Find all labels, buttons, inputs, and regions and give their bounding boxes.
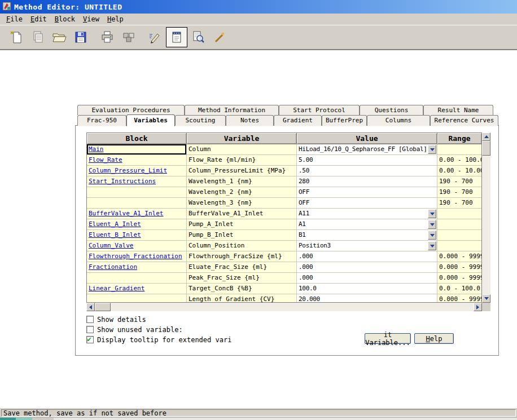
range-cell xyxy=(437,230,481,241)
table-grid: Block Variable Value Range Main Column H… xyxy=(86,132,482,303)
dropdown-arrow-icon[interactable] xyxy=(428,209,436,218)
value-cell[interactable]: 280 xyxy=(297,176,437,187)
vertical-scroll-thumb[interactable] xyxy=(482,141,490,156)
value-cell[interactable]: OFF xyxy=(297,187,437,198)
vertical-scrollbar[interactable] xyxy=(482,132,490,303)
help-button[interactable]: Help xyxy=(414,333,454,344)
signature-pen-icon[interactable] xyxy=(144,27,166,47)
value-cell[interactable]: A11 xyxy=(297,209,437,219)
menu-file[interactable]: File xyxy=(2,15,27,24)
horizontal-scroll-thumb[interactable] xyxy=(95,303,111,311)
tab-notes[interactable]: Notes xyxy=(226,115,274,126)
value-cell[interactable]: Position3 xyxy=(297,241,437,251)
value-cell[interactable]: .000 xyxy=(297,273,437,284)
tab-start-protocol[interactable]: Start Protocol xyxy=(279,105,360,115)
screen-edge-fragment xyxy=(16,418,32,420)
menu-block[interactable]: Block xyxy=(51,15,79,24)
tab-scouting[interactable]: Scouting xyxy=(175,115,226,126)
tab-reference-curves[interactable]: Reference Curves xyxy=(430,115,498,126)
table-row: Fractionation Eluate_Frac_Size {ml} .000… xyxy=(87,262,481,273)
value-cell[interactable]: .000 xyxy=(297,262,437,273)
tab-columns[interactable]: Columns xyxy=(367,115,430,126)
block-link[interactable]: Start_Instructions xyxy=(89,178,156,185)
block-link[interactable]: Flowthrough_Fractionation xyxy=(89,253,182,260)
value-cell[interactable]: 20.000 xyxy=(297,294,437,303)
tab-method-information[interactable]: Method Information xyxy=(185,105,279,115)
tiles-icon[interactable] xyxy=(118,27,139,47)
value-cell[interactable]: OFF xyxy=(297,198,437,209)
menu-edit[interactable]: Edit xyxy=(27,15,51,24)
header-block[interactable]: Block xyxy=(87,133,187,144)
window-title: Method Editor: UNTITLED xyxy=(14,3,122,11)
block-link[interactable]: Linear_Gradient xyxy=(89,285,144,292)
status-message: Save method, save as if not saved before xyxy=(1,409,516,417)
block-link[interactable]: Column_Valve xyxy=(89,242,133,249)
table-row: Column_Valve Column_Position Position3 xyxy=(87,241,481,251)
block-link[interactable]: Fractionation xyxy=(89,263,137,271)
variable-cell: Wavelength_2 {nm} xyxy=(187,187,297,198)
scroll-right-icon[interactable] xyxy=(474,303,482,311)
vertical-scroll-track[interactable] xyxy=(482,156,490,294)
client-area: Evaluation Procedures Method Information… xyxy=(0,50,517,408)
show-details-label: Show details xyxy=(97,316,146,324)
tab-frac-950[interactable]: Frac-950 xyxy=(77,115,126,126)
block-link[interactable]: Eluent_A_Inlet xyxy=(89,220,141,228)
variable-cell: Wavelength_1 {nm} xyxy=(187,176,297,187)
print-preview-icon[interactable] xyxy=(187,27,209,47)
value-cell[interactable]: .50 xyxy=(297,166,437,176)
display-tooltip-checkbox[interactable]: ✔ xyxy=(86,336,94,343)
variable-cell: Pump_A_Inlet xyxy=(187,219,297,230)
value-cell[interactable]: 5.00 xyxy=(297,155,437,166)
copy-method-icon[interactable] xyxy=(27,27,49,47)
menu-view[interactable]: View xyxy=(79,15,103,24)
app-icon xyxy=(2,2,11,12)
block-link[interactable]: Column_Pressure_Limit xyxy=(89,167,167,174)
value-cell[interactable]: HiLoad_16/10_Q_Sepharose_FF [Global] xyxy=(297,144,437,155)
variables-table: Block Variable Value Range Main Column H… xyxy=(86,132,490,311)
block-cell: Main xyxy=(87,144,187,155)
titlebar: Method Editor: UNTITLED xyxy=(0,0,517,14)
dropdown-arrow-icon[interactable] xyxy=(428,145,436,154)
tab-variables[interactable]: Variables xyxy=(126,114,175,126)
block-link[interactable]: BufferValve_A1_Inlet xyxy=(89,210,163,217)
block-link[interactable]: Main xyxy=(89,145,104,153)
header-value[interactable]: Value xyxy=(297,133,437,144)
show-unused-checkbox[interactable] xyxy=(86,326,94,333)
menu-help[interactable]: Help xyxy=(103,15,128,24)
toolbar-separator xyxy=(139,27,144,47)
save-method-icon[interactable] xyxy=(70,27,91,47)
value-cell[interactable]: 100.0 xyxy=(297,284,437,294)
tab-bufferprep[interactable]: BufferPrep xyxy=(322,115,367,126)
tab-evaluation-procedures[interactable]: Evaluation Procedures xyxy=(77,105,185,115)
show-details-checkbox[interactable] xyxy=(86,316,94,323)
tab-gradient[interactable]: Gradient xyxy=(274,115,322,126)
range-cell xyxy=(437,144,481,155)
block-link[interactable]: Flow_Rate xyxy=(89,156,122,163)
horizontal-scrollbar[interactable] xyxy=(86,303,482,311)
tab-result-name[interactable]: Result Name xyxy=(423,105,493,115)
new-method-icon[interactable] xyxy=(6,27,27,47)
wizard-wand-icon[interactable] xyxy=(209,27,230,47)
show-unused-label: Show unused variable: xyxy=(97,326,183,334)
range-cell: 0.000 - 99999.00 xyxy=(437,294,481,303)
print-icon[interactable] xyxy=(97,27,118,47)
tab-questions[interactable]: Questions xyxy=(360,105,423,115)
header-variable[interactable]: Variable xyxy=(187,133,297,144)
open-method-icon[interactable] xyxy=(49,27,70,47)
dropdown-arrow-icon[interactable] xyxy=(428,231,436,240)
header-range[interactable]: Range xyxy=(437,133,481,144)
scroll-up-icon[interactable] xyxy=(482,132,490,141)
value-cell[interactable]: B1 xyxy=(297,230,437,241)
value-cell[interactable]: .000 xyxy=(297,251,437,262)
dropdown-arrow-icon[interactable] xyxy=(428,241,436,250)
dropdown-arrow-icon[interactable] xyxy=(428,220,436,229)
block-link[interactable]: Eluent_B_Inlet xyxy=(89,231,141,238)
notes-icon[interactable] xyxy=(166,27,187,47)
table-row: Eluent_B_Inlet Pump_B_Inlet B1 xyxy=(87,230,481,241)
scroll-left-icon[interactable] xyxy=(86,303,95,311)
scroll-down-icon[interactable] xyxy=(482,294,490,303)
variable-cell: Column xyxy=(187,144,297,155)
value-cell[interactable]: A1 xyxy=(297,219,437,230)
edit-variable-button[interactable]: it Variable... xyxy=(365,333,411,344)
horizontal-scroll-track[interactable] xyxy=(111,303,474,311)
